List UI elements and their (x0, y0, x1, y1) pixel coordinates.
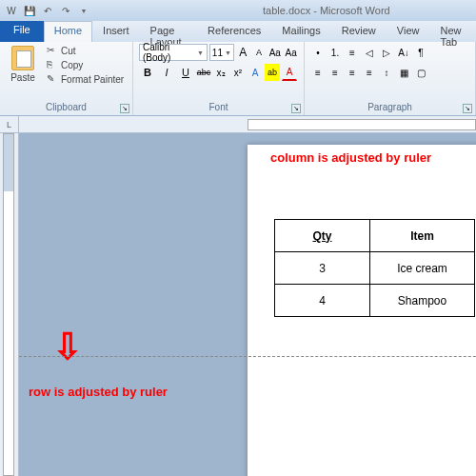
qat-dropdown-icon[interactable]: ▼ (76, 3, 91, 18)
change-case-button[interactable]: Aa (268, 44, 282, 61)
quick-access-toolbar: W 💾 ↶ ↷ ▼ (4, 3, 91, 18)
format-painter-button[interactable]: Format Painter (46, 72, 125, 86)
word-icon[interactable]: W (4, 3, 19, 18)
tab-insert[interactable]: Insert (92, 21, 140, 42)
subscript-button[interactable]: x₂ (213, 64, 228, 81)
tab-view[interactable]: View (387, 21, 430, 42)
paragraph-launcher-icon[interactable]: ↘ (463, 104, 472, 113)
cut-button[interactable]: Cut (46, 44, 125, 57)
group-paragraph: • 1. ≡ ◁ ▷ A↓ ¶ ≡ ≡ ≡ ≡ ↕ ▦ ▢ Paragraph … (305, 42, 476, 115)
font-size-select[interactable]: 11▼ (209, 44, 234, 61)
font-size-value: 11 (212, 48, 223, 58)
tab-selector[interactable]: L (0, 116, 19, 133)
header-item[interactable]: Item (370, 220, 475, 252)
tab-references[interactable]: References (197, 21, 271, 42)
ribbon-tabs: File Home Insert Page Layout References … (0, 21, 476, 42)
grow-font-button[interactable]: A (236, 44, 250, 61)
brush-icon (47, 73, 58, 85)
title-bar: W 💾 ↶ ↷ ▼ table.docx - Microsoft Word (0, 0, 476, 21)
vertical-ruler[interactable] (0, 133, 19, 476)
undo-icon[interactable]: ↶ (40, 3, 55, 18)
tab-mailings[interactable]: Mailings (271, 21, 330, 42)
copy-label: Copy (61, 60, 83, 70)
header-qty[interactable]: Qty (275, 220, 370, 252)
table-row[interactable]: 4 Shampoo (275, 285, 475, 317)
sort-button[interactable]: A↓ (396, 44, 411, 61)
ruler-scale-v (3, 133, 14, 476)
clipboard-group-label[interactable]: Clipboard (6, 102, 127, 113)
shading-button[interactable]: ▦ (396, 64, 411, 81)
increase-indent-button[interactable]: ▷ (379, 44, 394, 61)
line-spacing-button[interactable]: ↕ (379, 64, 394, 81)
italic-button[interactable]: I (158, 64, 175, 81)
cell-qty[interactable]: 3 (275, 252, 370, 285)
font-color-button[interactable]: A (282, 64, 297, 81)
font-launcher-icon[interactable]: ↘ (291, 104, 301, 113)
font-name-value: Calibri (Body) (143, 42, 197, 63)
workspace: column is adjusted by ruler ⇩ row is adj… (0, 133, 476, 476)
font-group-label[interactable]: Font (139, 102, 298, 113)
paste-label: Paste (10, 72, 35, 83)
cell-qty[interactable]: 4 (275, 285, 370, 317)
scissors-icon (47, 45, 58, 56)
show-marks-button[interactable]: ¶ (413, 44, 428, 61)
group-clipboard: Paste Cut Copy Format Painter Clipboard … (0, 42, 133, 115)
clipboard-launcher-icon[interactable]: ↘ (120, 104, 129, 113)
guide-line (19, 356, 476, 357)
content-table[interactable]: Qty Item 3 Ice cream 4 Shampoo (274, 219, 475, 317)
decrease-indent-button[interactable]: ◁ (362, 44, 377, 61)
underline-button[interactable]: U (177, 64, 194, 81)
horizontal-ruler[interactable]: L (0, 116, 476, 133)
tab-page-layout[interactable]: Page Layout (140, 21, 198, 42)
window-title: table.docx - Microsoft Word (263, 5, 390, 16)
table-row[interactable]: 3 Ice cream (275, 252, 475, 285)
document-area[interactable]: column is adjusted by ruler ⇩ row is adj… (19, 133, 476, 476)
format-painter-label: Format Painter (61, 74, 124, 85)
paste-icon (11, 46, 34, 70)
cut-label: Cut (61, 46, 76, 56)
tab-file[interactable]: File (0, 21, 44, 42)
shrink-font-button[interactable]: A (252, 44, 267, 61)
clear-formatting-button[interactable]: Aa (284, 44, 298, 61)
superscript-button[interactable]: x² (230, 64, 246, 81)
borders-button[interactable]: ▢ (413, 64, 428, 81)
tab-review[interactable]: Review (331, 21, 387, 42)
tab-home[interactable]: Home (44, 21, 92, 42)
chevron-down-icon: ▼ (197, 50, 204, 56)
bullets-button[interactable]: • (310, 44, 326, 61)
align-center-button[interactable]: ≡ (327, 64, 343, 81)
tab-new-tab[interactable]: New Tab (429, 21, 476, 42)
group-font: Calibri (Body)▼ 11▼ A A Aa Aa B I U abc … (133, 42, 305, 115)
font-name-select[interactable]: Calibri (Body)▼ (139, 44, 208, 61)
align-left-button[interactable]: ≡ (310, 64, 326, 81)
paragraph-group-label[interactable]: Paragraph (310, 102, 469, 113)
copy-button[interactable]: Copy (46, 58, 125, 71)
save-icon[interactable]: 💾 (22, 3, 37, 18)
align-right-button[interactable]: ≡ (345, 64, 360, 81)
highlight-button[interactable]: ab (265, 64, 280, 81)
ruler-scale (248, 119, 476, 130)
justify-button[interactable]: ≡ (362, 64, 377, 81)
multilevel-button[interactable]: ≡ (345, 44, 360, 61)
paste-button[interactable]: Paste (6, 44, 40, 86)
down-arrow-icon: ⇩ (52, 326, 83, 367)
cell-item[interactable]: Ice cream (370, 252, 475, 285)
cell-item[interactable]: Shampoo (370, 285, 475, 317)
bold-button[interactable]: B (139, 64, 156, 81)
text-effects-button[interactable]: A (248, 64, 263, 81)
copy-icon (47, 59, 58, 70)
table-header-row: Qty Item (275, 220, 475, 252)
ribbon: Paste Cut Copy Format Painter Clipboard … (0, 42, 476, 116)
numbering-button[interactable]: 1. (327, 44, 343, 61)
redo-icon[interactable]: ↷ (58, 3, 73, 18)
strikethrough-button[interactable]: abc (196, 64, 211, 81)
annotation-column: column is adjusted by ruler (270, 150, 431, 165)
page[interactable]: column is adjusted by ruler ⇩ row is adj… (248, 145, 476, 476)
annotation-row: row is adjusted by ruler (29, 385, 168, 399)
chevron-down-icon: ▼ (225, 50, 231, 56)
